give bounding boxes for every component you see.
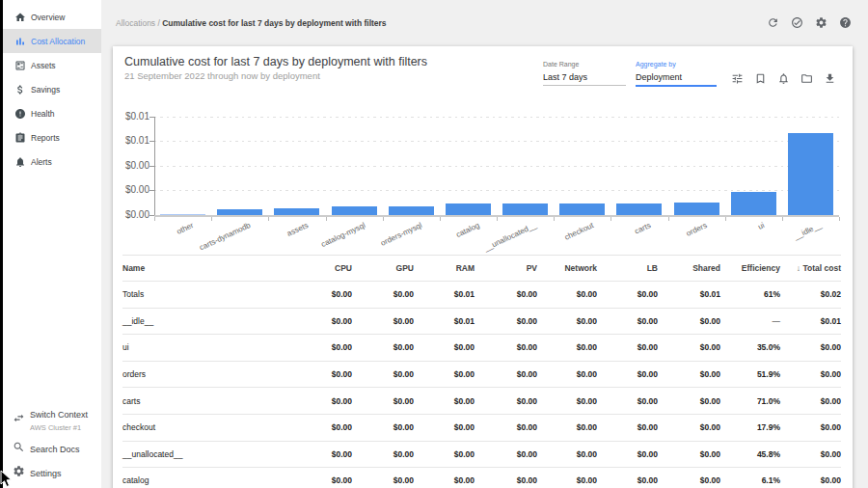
bar-series [154, 117, 839, 215]
bar-chart-icon [14, 36, 26, 47]
main-area: Allocations / Cumulative cost for last 7… [101, 0, 868, 488]
table-row-__unallocated__[interactable]: __unallocated__$0.00$0.00$0.00$0.00$0.00… [122, 442, 841, 469]
x-axis-tick [211, 217, 212, 221]
sidebar-item-label: Search Docs [30, 445, 80, 454]
table-row-__idle__[interactable]: __idle__$0.00$0.00$0.01$0.00$0.00$0.00$0… [122, 309, 841, 336]
table-row-carts[interactable]: carts$0.00$0.00$0.00$0.00$0.00$0.00$0.00… [122, 388, 841, 415]
x-axis-tick-label: __idle__ [793, 221, 823, 241]
y-axis-tick-label: $0.01 [113, 111, 149, 122]
sidebar-item-alerts[interactable]: Alerts [3, 149, 101, 174]
column-header-ram[interactable]: RAM [414, 263, 475, 273]
gear-icon [815, 16, 827, 29]
window-edge [0, 0, 3, 488]
column-header-total-cost[interactable]: ↓ Total cost [780, 263, 841, 273]
column-header-network[interactable]: Network [537, 263, 597, 273]
refresh-icon [767, 16, 779, 29]
sidebar-item-cost-allocation[interactable]: Cost Allocation [3, 29, 101, 53]
sidebar-item-savings[interactable]: Savings [3, 77, 101, 101]
home-icon [14, 12, 26, 23]
breadcrumb: Allocations / Cumulative cost for last 7… [116, 18, 387, 28]
sidebar-item-label: Health [31, 109, 55, 119]
y-axis-tick-label: $0.00 [113, 209, 149, 220]
sidebar-item-label: Overview [31, 13, 65, 22]
mouse-cursor [0, 470, 14, 488]
x-axis-tick-label: other [176, 221, 195, 236]
table-row-checkout[interactable]: checkout$0.00$0.00$0.00$0.00$0.00$0.00$0… [122, 415, 841, 442]
x-axis-tick [554, 217, 555, 221]
x-axis-tick [383, 217, 384, 221]
bar-orders[interactable] [674, 203, 719, 214]
sidebar-item-label: Cost Allocation [31, 37, 85, 46]
x-axis-tick [725, 217, 726, 221]
x-axis-tick-label: orders [686, 221, 709, 238]
help-icon [839, 16, 852, 29]
x-axis-tick-label: checkout [563, 221, 595, 242]
x-axis-tick-label: carts [633, 221, 652, 235]
table-row-ui[interactable]: ui$0.00$0.00$0.00$0.00$0.00$0.00$0.0035.… [122, 335, 841, 362]
sidebar-item-switch-context[interactable]: Switch ContextAWS Cluster #1 [3, 405, 101, 431]
x-axis-tick-label: catalog-mysql [319, 221, 366, 249]
sidebar-item-label: Alerts [31, 157, 52, 167]
x-axis-tick [839, 217, 840, 221]
column-header-cpu[interactable]: CPU [290, 263, 352, 273]
dollar-icon [14, 84, 26, 95]
column-header-pv[interactable]: PV [475, 263, 537, 273]
y-axis-tick-label: $0.00 [113, 160, 149, 171]
sidebar-item-overview[interactable]: Overview [3, 5, 101, 29]
table-row-Totals[interactable]: Totals$0.00$0.00$0.01$0.00$0.00$0.00$0.0… [122, 282, 841, 309]
sidebar-item-reports[interactable]: Reports [3, 125, 101, 149]
bar-other[interactable] [160, 214, 205, 215]
sidebar-item-label: Switch Context [30, 410, 88, 420]
table-row-catalog[interactable]: catalog$0.00$0.00$0.00$0.00$0.00$0.00$0.… [122, 468, 841, 488]
x-axis-tick [268, 217, 269, 221]
bar-__idle__[interactable] [788, 133, 833, 215]
check-circle-button[interactable] [791, 16, 803, 29]
gear-button[interactable] [815, 16, 827, 29]
help-button[interactable] [839, 16, 852, 29]
sidebar-item-health[interactable]: Health [3, 101, 101, 125]
x-axis-tick [497, 217, 498, 221]
sidebar-nav: OverviewCost AllocationAssetsSavingsHeal… [3, 0, 101, 174]
x-axis-tick-label: catalog [454, 221, 480, 239]
column-header-shared[interactable]: Shared [658, 263, 720, 273]
bar-ui[interactable] [731, 192, 776, 214]
breadcrumb-section[interactable]: Allocations [116, 18, 155, 28]
x-axis-tick [782, 217, 783, 221]
sidebar: OverviewCost AllocationAssetsSavingsHeal… [3, 0, 101, 488]
health-icon [14, 108, 26, 120]
check-circle-icon [791, 16, 803, 29]
refresh-button[interactable] [767, 16, 779, 29]
search-icon [13, 441, 25, 453]
switch-context-icon [13, 412, 25, 424]
bar-catalog[interactable] [446, 203, 491, 214]
bar-catalog-mysql[interactable] [332, 206, 377, 215]
y-axis-tick-label: $0.01 [113, 135, 149, 146]
column-header-lb[interactable]: LB [597, 263, 658, 273]
bar-assets[interactable] [274, 208, 319, 215]
x-axis-tick [154, 217, 155, 221]
bar-__unallocated__[interactable] [502, 203, 548, 214]
bar-orders-mysql[interactable] [389, 206, 434, 215]
report-card: Cumulative cost for last 7 days by deplo… [113, 46, 853, 488]
column-header-efficiency[interactable]: Efficiency [720, 263, 780, 273]
bar-carts-dynamodb[interactable] [217, 209, 262, 214]
y-axis-tick-label: $0.00 [113, 184, 149, 195]
sort-desc-icon: ↓ [797, 263, 803, 273]
table-header-row: NameCPUGPURAMPVNetworkLBSharedEfficiency… [122, 255, 841, 282]
sidebar-item-label: Reports [31, 133, 60, 143]
sidebar-item-label: Settings [30, 469, 62, 478]
allocation-table: NameCPUGPURAMPVNetworkLBSharedEfficiency… [122, 255, 841, 488]
sidebar-item-settings[interactable]: Settings [3, 459, 101, 483]
bar-carts[interactable] [616, 203, 662, 214]
x-axis-tick-label: assets [285, 221, 310, 238]
sidebar-item-assets[interactable]: Assets [3, 53, 101, 77]
bar-checkout[interactable] [559, 203, 605, 214]
table-row-orders[interactable]: orders$0.00$0.00$0.00$0.00$0.00$0.00$0.0… [122, 362, 841, 389]
sidebar-item-sublabel: AWS Cluster #1 [30, 423, 88, 432]
reports-icon [14, 132, 26, 144]
x-axis-tick-label: ui [757, 221, 766, 231]
column-header-name[interactable]: Name [122, 263, 290, 273]
column-header-gpu[interactable]: GPU [352, 263, 414, 273]
sidebar-item-search-docs[interactable]: Search Docs [3, 435, 101, 459]
gear-icon [13, 465, 25, 477]
